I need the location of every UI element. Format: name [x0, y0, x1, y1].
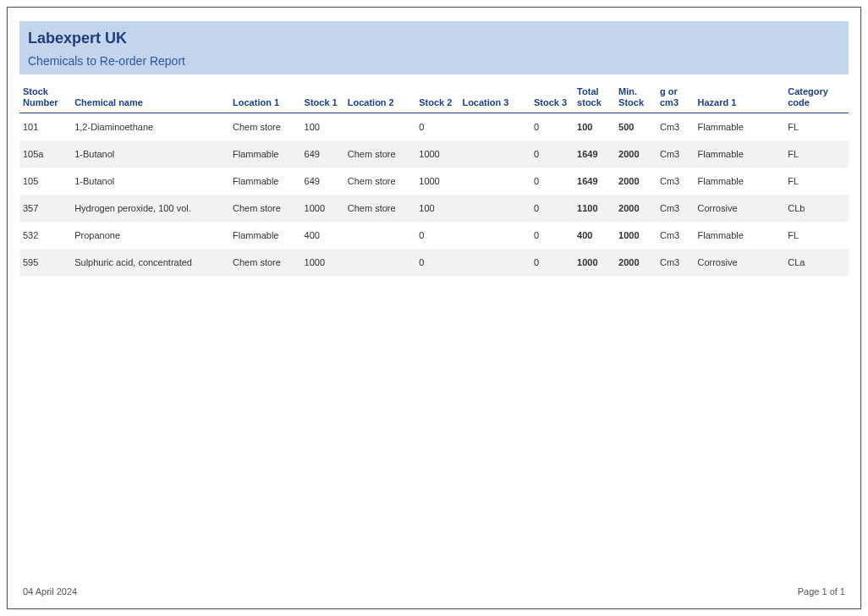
cell-hazard1: Flammable: [694, 222, 784, 249]
cell-stock2: 100: [415, 195, 459, 222]
col-category: Category code: [784, 81, 849, 113]
cell-location1: Flammable: [229, 222, 301, 249]
cell-stock2: 1000: [415, 140, 459, 168]
cell-location2: [344, 222, 416, 249]
cell-location1: Chem store: [229, 195, 301, 222]
cell-category: CLa: [784, 249, 849, 276]
col-stock1: Stock 1: [301, 81, 344, 113]
cell-stock_number: 595: [19, 249, 71, 276]
cell-total_stock: 400: [574, 222, 615, 249]
cell-unit: Cm3: [656, 249, 694, 276]
col-stock2: Stock 2: [415, 81, 459, 113]
report-table: Stock Number Chemical name Location 1 St…: [19, 81, 849, 276]
table-body: 1011,2-DiaminoethaneChem store1000010050…: [19, 113, 849, 277]
cell-location1: Chem store: [229, 113, 301, 141]
cell-chemical_name: 1-Butanol: [71, 140, 229, 168]
cell-location2: Chem store: [344, 140, 416, 168]
col-hazard1: Hazard 1: [694, 81, 784, 113]
cell-category: FL: [784, 222, 849, 249]
cell-stock1: 100: [301, 113, 344, 141]
cell-stock_number: 105a: [19, 140, 71, 168]
cell-location2: Chem store: [344, 195, 416, 222]
cell-stock3: 0: [530, 249, 574, 276]
cell-min_stock: 2000: [615, 140, 656, 168]
cell-hazard1: Flammable: [694, 113, 784, 141]
cell-stock2: 1000: [415, 168, 459, 195]
cell-chemical_name: Hydrogen peroxide, 100 vol.: [71, 195, 229, 222]
cell-min_stock: 2000: [615, 249, 656, 276]
cell-stock3: 0: [530, 168, 574, 195]
cell-unit: Cm3: [656, 140, 694, 168]
col-total-stock: Total stock: [574, 81, 615, 113]
cell-chemical_name: 1-Butanol: [71, 168, 229, 195]
cell-category: FL: [784, 113, 849, 141]
cell-category: FL: [784, 140, 849, 168]
col-stock-number: Stock Number: [19, 81, 71, 113]
cell-unit: Cm3: [656, 195, 694, 222]
cell-location3: [459, 222, 530, 249]
cell-location3: [459, 140, 530, 168]
col-min-stock: Min. Stock: [615, 81, 656, 113]
table-row: 1051-ButanolFlammable649Chem store100001…: [19, 168, 849, 195]
col-stock3: Stock 3: [530, 81, 574, 113]
cell-location2: [344, 249, 416, 276]
report-page: Labexpert UK Chemicals to Re-order Repor…: [7, 7, 861, 609]
table-header: Stock Number Chemical name Location 1 St…: [19, 81, 849, 113]
footer-page: Page 1 of 1: [798, 586, 845, 597]
cell-unit: Cm3: [656, 222, 694, 249]
cell-stock3: 0: [530, 195, 574, 222]
cell-total_stock: 1100: [574, 195, 615, 222]
cell-location3: [459, 249, 530, 276]
cell-unit: Cm3: [656, 168, 694, 195]
cell-stock2: 0: [415, 222, 459, 249]
cell-min_stock: 2000: [615, 195, 656, 222]
cell-location3: [459, 168, 530, 195]
cell-stock3: 0: [530, 113, 574, 141]
col-location2: Location 2: [344, 81, 416, 113]
cell-stock1: 400: [301, 222, 344, 249]
cell-stock1: 649: [301, 140, 344, 168]
col-location1: Location 1: [229, 81, 301, 113]
cell-stock_number: 357: [19, 195, 71, 222]
report-subtitle: Chemicals to Re-order Report: [28, 54, 840, 68]
cell-stock_number: 105: [19, 168, 71, 195]
footer-date: 04 April 2024: [23, 586, 77, 597]
cell-stock_number: 532: [19, 222, 71, 249]
cell-min_stock: 2000: [615, 168, 656, 195]
cell-stock3: 0: [530, 140, 574, 168]
cell-category: FL: [784, 168, 849, 195]
cell-min_stock: 500: [615, 113, 656, 141]
cell-hazard1: Flammable: [694, 168, 784, 195]
table-row: 532PropanoneFlammable400004001000Cm3Flam…: [19, 222, 849, 249]
table-row: 357Hydrogen peroxide, 100 vol.Chem store…: [19, 195, 849, 222]
cell-stock2: 0: [415, 249, 459, 276]
cell-stock1: 1000: [301, 195, 344, 222]
col-chemical-name: Chemical name: [71, 81, 229, 113]
cell-min_stock: 1000: [615, 222, 656, 249]
col-location3: Location 3: [459, 81, 530, 113]
cell-total_stock: 1649: [574, 140, 615, 168]
cell-location3: [459, 113, 530, 141]
table-row: 105a1-ButanolFlammable649Chem store10000…: [19, 140, 849, 168]
col-unit: g or cm3: [656, 81, 694, 113]
cell-stock1: 649: [301, 168, 344, 195]
cell-location1: Flammable: [229, 140, 301, 168]
cell-location2: [344, 113, 416, 141]
cell-location2: Chem store: [344, 168, 416, 195]
report-header: Labexpert UK Chemicals to Re-order Repor…: [19, 21, 849, 74]
cell-chemical_name: Sulphuric acid, concentrated: [71, 249, 229, 276]
cell-location1: Chem store: [229, 249, 301, 276]
cell-hazard1: Corrosive: [694, 195, 784, 222]
cell-hazard1: Flammable: [694, 140, 784, 168]
cell-total_stock: 100: [574, 113, 615, 141]
cell-stock3: 0: [530, 222, 574, 249]
cell-hazard1: Corrosive: [694, 249, 784, 276]
report-title: Labexpert UK: [28, 30, 840, 47]
cell-chemical_name: 1,2-Diaminoethane: [71, 113, 229, 141]
cell-category: CLb: [784, 195, 849, 222]
cell-stock2: 0: [415, 113, 459, 141]
table-row: 595Sulphuric acid, concentratedChem stor…: [19, 249, 849, 276]
report-footer: 04 April 2024 Page 1 of 1: [23, 586, 845, 597]
cell-location1: Flammable: [229, 168, 301, 195]
cell-chemical_name: Propanone: [71, 222, 229, 249]
